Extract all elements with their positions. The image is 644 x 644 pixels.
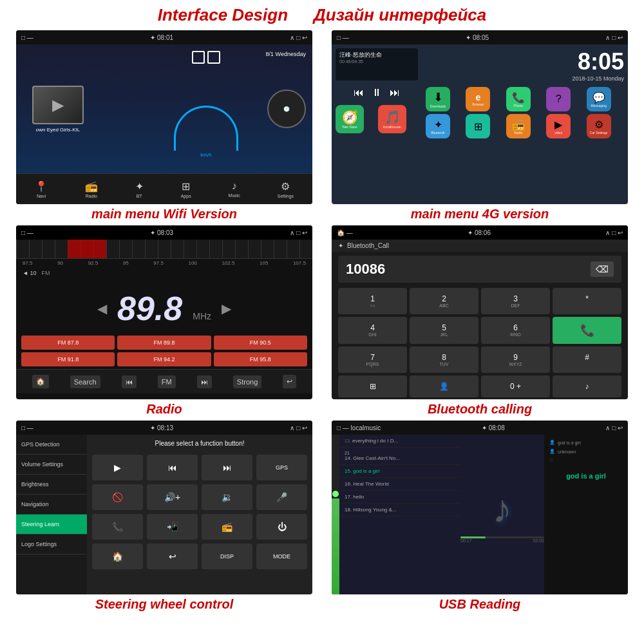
cell-wifi: □ — ✦ 08:01 ∧ □ ↩ ▶ own Eyed Girls-KIL 8…: [6, 28, 322, 223]
preset-3[interactable]: FM 90.5: [214, 336, 307, 350]
preset-5[interactable]: FM 94.2: [117, 352, 211, 366]
ctrl-play[interactable]: ▶: [92, 455, 143, 480]
key-8[interactable]: 8TUV: [410, 346, 478, 373]
radio-search-btn[interactable]: Search: [70, 375, 100, 388]
app-grid-icon[interactable]: ⊞: [466, 114, 490, 138]
bt-title-text: Bluetooth_Call: [347, 242, 389, 249]
ctrl-mic[interactable]: 🎤: [256, 484, 307, 510]
app-phone[interactable]: 📞Phone: [506, 87, 531, 111]
key-9[interactable]: 9WXYZ: [481, 346, 550, 373]
ctrl-next[interactable]: ⏭: [202, 455, 252, 480]
square-icons: [192, 51, 220, 64]
key-star[interactable]: *: [553, 288, 621, 314]
key-0[interactable]: 0 +: [481, 375, 550, 397]
sidebar-brightness[interactable]: Brightness: [16, 475, 87, 495]
ctrl-phone[interactable]: 📲: [147, 514, 198, 540]
radio-strong-btn[interactable]: Strong: [233, 375, 261, 388]
nav-apps[interactable]: ⊞Apps: [181, 180, 191, 198]
radio-home-btn[interactable]: 🏠: [32, 375, 49, 388]
status-bar-4g: □ — ✦ 08:05 ∧ □ ↩: [332, 30, 628, 44]
track-17[interactable]: 17. hello: [339, 491, 460, 504]
app-settings[interactable]: ⚙Car Settings: [587, 114, 611, 138]
track-14[interactable]: 21 14. Glee Cast-Ain't No...: [339, 448, 460, 465]
sidebar-volume[interactable]: Volume Settings: [16, 455, 87, 475]
person-icon: 👤: [549, 440, 555, 445]
caption-usb: USB Reading: [439, 597, 521, 612]
song-card: 汪峰·怒放的生命 00:46/04:35: [336, 48, 418, 80]
preset-2[interactable]: FM 89.8: [117, 336, 211, 350]
prev-btn[interactable]: ⏮: [354, 87, 364, 99]
ctrl-cancel[interactable]: 🚫: [92, 484, 143, 510]
track-13[interactable]: 13. everything i do I D...: [339, 435, 460, 448]
key-5[interactable]: 5JKL: [410, 317, 478, 344]
caption-bt: Bluetooth calling: [428, 402, 532, 417]
radio-next-btn[interactable]: ⏭: [197, 375, 212, 388]
track-15[interactable]: 15. god is a girl: [339, 465, 460, 478]
app-messaging[interactable]: 💬Messaging: [587, 87, 611, 111]
nav-navi[interactable]: 📍Navi: [35, 180, 48, 198]
key-apps[interactable]: ⊞: [338, 375, 407, 397]
ctrl-mode[interactable]: MODE: [256, 544, 307, 569]
date-info: 8/1 Wednesday: [266, 51, 306, 57]
progress-bar[interactable]: [460, 536, 544, 538]
preset-1[interactable]: FM 87.8: [21, 336, 115, 350]
app-radio[interactable]: 📻Radio: [506, 114, 531, 138]
key-contact[interactable]: 👤: [410, 375, 478, 397]
nav-radio[interactable]: 📻Radio: [85, 180, 98, 198]
app-browser[interactable]: eBrowser: [466, 87, 490, 111]
freq-down-btn[interactable]: ◀: [97, 301, 107, 316]
radio-prev-btn[interactable]: ⏮: [122, 375, 137, 388]
next-btn[interactable]: ⏭: [390, 87, 400, 99]
track-16[interactable]: 16. Heal The World: [339, 478, 460, 491]
nav-settings[interactable]: ⚙Settings: [278, 180, 294, 198]
app-video[interactable]: ▶video: [546, 114, 571, 138]
ctrl-disp[interactable]: DISP: [202, 544, 252, 569]
ctrl-gps[interactable]: GPS: [256, 455, 307, 480]
key-2[interactable]: 2ABC: [410, 288, 478, 314]
sidebar-gps[interactable]: GPS Detection: [16, 435, 87, 455]
app-unknown1[interactable]: ?: [546, 87, 571, 111]
app-downloads[interactable]: ⬇Downloads: [426, 87, 450, 111]
usb-left-section: 13. everything i do I D... 21 14. Glee C…: [332, 435, 460, 594]
cell-4g: □ — ✦ 08:05 ∧ □ ↩ 汪峰·怒放的生命 00:46/04:35 ⏮…: [322, 28, 638, 223]
nav-music[interactable]: ♪Music: [229, 180, 240, 198]
ctrl-home[interactable]: 🏠: [92, 544, 143, 569]
key-1[interactable]: 1○○: [338, 288, 407, 314]
screen-bt: 🏠 — ✦ 08:06 ∧ □ ↩ ✦ Bluetooth_Call 10086…: [332, 225, 628, 399]
key-call[interactable]: 📞: [553, 317, 621, 344]
ctrl-vol-up[interactable]: 🔊+: [147, 484, 198, 510]
sidebar-navigation[interactable]: Navigation: [16, 495, 87, 515]
freq-up-btn[interactable]: ▶: [222, 301, 231, 316]
key-7[interactable]: 7PQRS: [338, 346, 407, 373]
key-hash[interactable]: #: [553, 346, 621, 373]
app-localmusic[interactable]: 🎵 localmusic: [378, 105, 406, 133]
ctrl-prev[interactable]: ⏮: [147, 455, 198, 480]
radio-back-btn[interactable]: ↩: [283, 375, 296, 388]
track-18[interactable]: 18. Hillsong Young &...: [339, 504, 460, 516]
preset-4[interactable]: FM 91.8: [21, 352, 115, 366]
bt-title-icon: ✦: [338, 242, 343, 249]
app-bluetooth[interactable]: ✦Bluetooth: [426, 114, 450, 138]
radio-status-right: ∧ □ ↩: [290, 229, 307, 236]
radio-fm-btn[interactable]: FM: [158, 375, 176, 388]
backspace-btn[interactable]: ⌫: [591, 261, 614, 277]
key-6[interactable]: 6MNO: [481, 317, 550, 344]
sidebar-logo[interactable]: Logo Settings: [16, 535, 87, 554]
status-icon-right: ∧ □ ↩: [290, 34, 307, 41]
steering-instruction: Please select a function button!: [155, 440, 245, 447]
ctrl-back[interactable]: ↩: [147, 544, 198, 569]
freq-bg: [16, 240, 312, 258]
pause-btn[interactable]: ⏸: [372, 87, 382, 99]
key-music[interactable]: ♪: [553, 375, 621, 397]
key-4[interactable]: 4GHI: [338, 317, 407, 344]
ctrl-call[interactable]: 📞: [92, 514, 143, 540]
ctrl-power[interactable]: ⏻: [256, 514, 307, 540]
ctrl-radio[interactable]: 📻: [202, 514, 252, 540]
usb-center-panel: ♪ 00:17 03:02: [460, 435, 544, 594]
sidebar-steering-learn[interactable]: Steering Learn: [16, 515, 87, 535]
ctrl-vol-down[interactable]: 🔉: [202, 484, 252, 510]
app-netnavi[interactable]: 🧭 Net Navi: [336, 105, 364, 133]
nav-bt[interactable]: ✦BT: [135, 180, 144, 198]
key-3[interactable]: 3DEF: [481, 288, 550, 314]
preset-6[interactable]: FM 95.8: [214, 352, 307, 366]
